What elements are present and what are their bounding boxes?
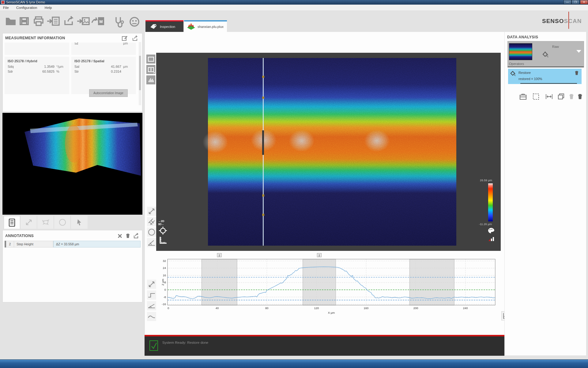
delete-disabled-icon bbox=[568, 93, 575, 101]
histogram-button[interactable] bbox=[146, 75, 155, 84]
export-report-icon[interactable] bbox=[47, 16, 60, 26]
stat-card-partial-left bbox=[5, 43, 69, 55]
restore-operator-label: Restore bbox=[518, 71, 531, 75]
scale-ruler-icon[interactable] bbox=[159, 236, 167, 246]
tab-annotation-list[interactable] bbox=[4, 216, 20, 229]
stat-unit: % bbox=[55, 70, 66, 73]
annotation-type: Step Height bbox=[14, 241, 53, 247]
toggle-2d-label: →2D bbox=[158, 220, 164, 223]
tab-file-shanxian[interactable]: shanxian.plu.plux bbox=[184, 20, 227, 32]
restore-operator-icon bbox=[510, 71, 516, 78]
measurement-scrollbar-thumb[interactable] bbox=[139, 56, 141, 90]
crosshair-icon[interactable] bbox=[159, 226, 167, 236]
stat-row: Sdq 1.3549 °/µm bbox=[5, 64, 69, 69]
stat-card-partial-right: Sz µm bbox=[71, 43, 136, 55]
tab-inspection[interactable]: Inspection bbox=[145, 20, 183, 32]
assistant-icon[interactable] bbox=[129, 16, 140, 28]
export-annotations-icon[interactable] bbox=[133, 233, 139, 240]
measurement-scrollbar[interactable] bbox=[139, 42, 141, 105]
svg-text:200: 200 bbox=[413, 306, 418, 310]
restore-status: restored = 100% bbox=[518, 77, 542, 81]
menu-help[interactable]: Help bbox=[42, 5, 55, 10]
svg-text:24: 24 bbox=[163, 266, 166, 270]
brand-red-line bbox=[568, 12, 569, 29]
duplicate-layers-icon[interactable] bbox=[557, 93, 565, 101]
tab-distance-tool[interactable] bbox=[21, 216, 37, 229]
stat-label: Sz bbox=[74, 43, 93, 45]
chart-angle-tool[interactable] bbox=[147, 301, 156, 310]
stat-label: Sdr bbox=[8, 70, 26, 73]
menu-configuration[interactable]: Configuration bbox=[13, 5, 40, 10]
stat-unit: °/µm bbox=[55, 65, 66, 68]
tab-circle-tool[interactable] bbox=[54, 216, 71, 229]
status-message: System Ready: Restore done bbox=[162, 341, 208, 344]
tab-polygon-tool[interactable] bbox=[37, 216, 54, 229]
brand-senso: SENSO bbox=[542, 18, 564, 24]
window-title: SensoSCAN S lynx Demo bbox=[6, 0, 45, 4]
toolbox-icon[interactable] bbox=[519, 93, 527, 101]
stat-value bbox=[93, 43, 121, 45]
diagnostics-icon[interactable] bbox=[114, 16, 124, 28]
delete-annotation-icon[interactable] bbox=[125, 233, 130, 240]
data-analysis-title: DATA ANALYSIS bbox=[507, 35, 538, 39]
histogram-overlay-icon[interactable] bbox=[488, 236, 495, 243]
svg-text:40: 40 bbox=[216, 306, 219, 310]
crop-region-icon[interactable] bbox=[532, 93, 540, 101]
menu-file[interactable]: File bbox=[0, 5, 12, 10]
menu-bar: File Configuration Help bbox=[0, 5, 588, 11]
measure-region[interactable] bbox=[303, 259, 336, 305]
tab-pointer-tool[interactable] bbox=[71, 216, 88, 229]
parallel-lines-tool[interactable] bbox=[147, 217, 156, 226]
open-folder-icon[interactable] bbox=[5, 16, 17, 26]
profile-line-node[interactable] bbox=[262, 76, 264, 78]
profile-section-button[interactable] bbox=[146, 65, 155, 74]
export-measurements-icon[interactable] bbox=[132, 35, 138, 43]
topography-image[interactable] bbox=[208, 58, 456, 246]
palette-icon[interactable] bbox=[488, 228, 495, 235]
profile-chart[interactable]: -16-8081624320408012016020024022Z µmX µm bbox=[161, 252, 501, 315]
svg-text:-8: -8 bbox=[164, 295, 166, 299]
profile-line-node[interactable] bbox=[262, 214, 264, 216]
delete-operator-icon[interactable] bbox=[574, 70, 579, 77]
svg-text:-16: -16 bbox=[162, 302, 166, 306]
status-check-icon bbox=[149, 340, 158, 352]
close-button[interactable]: ✕ bbox=[580, 0, 588, 4]
step-height-tool[interactable] bbox=[147, 290, 156, 300]
toggle-2d-3d[interactable]: →2D 3D← bbox=[158, 220, 164, 226]
chart-distance-tool[interactable] bbox=[147, 280, 156, 289]
edit-report-icon[interactable] bbox=[122, 35, 128, 43]
measure-points-icon[interactable] bbox=[545, 93, 553, 101]
clear-annotations-icon[interactable] bbox=[117, 233, 123, 240]
view-2d-button[interactable] bbox=[146, 55, 155, 63]
profile-line-handle[interactable] bbox=[262, 130, 264, 155]
autocorrelation-image-button[interactable]: Autocorrelation Image bbox=[89, 89, 128, 97]
export-matlab-icon[interactable]: M bbox=[91, 16, 105, 26]
svg-text:16: 16 bbox=[163, 274, 166, 277]
chevron-down-icon[interactable] bbox=[576, 50, 581, 53]
maximize-button[interactable]: ❐ bbox=[571, 0, 579, 4]
circle-measure-tool[interactable] bbox=[147, 228, 156, 237]
operator-restore[interactable]: Restore restored = 100% bbox=[508, 69, 582, 84]
export-image-icon[interactable] bbox=[77, 16, 90, 26]
trash-icon[interactable] bbox=[577, 93, 583, 101]
angle-measure-tool[interactable] bbox=[147, 238, 156, 247]
share-icon[interactable] bbox=[64, 16, 75, 26]
profile-line-node[interactable] bbox=[262, 97, 264, 99]
raw-thumbnail bbox=[509, 43, 532, 60]
colorbar bbox=[488, 183, 493, 221]
print-icon[interactable] bbox=[33, 16, 44, 26]
measure-distance-tool[interactable] bbox=[147, 207, 156, 216]
radius-tool[interactable] bbox=[147, 312, 156, 321]
stat-unit bbox=[121, 70, 133, 73]
annotation-value[interactable]: ΔZ = 33.558 µm bbox=[53, 241, 141, 247]
view-3d[interactable] bbox=[2, 113, 142, 215]
save-icon[interactable] bbox=[19, 16, 29, 26]
brand-scan: SCAN bbox=[564, 18, 582, 24]
profile-line-node[interactable] bbox=[262, 194, 264, 197]
stat-unit: µm bbox=[121, 65, 133, 68]
raw-data-card[interactable]: Raw Operators bbox=[507, 41, 584, 67]
minimize-button[interactable]: — bbox=[564, 0, 571, 4]
tab-file-label: shanxian.plu.plux bbox=[198, 25, 224, 29]
operators-label: Operators bbox=[509, 62, 524, 66]
annotation-row[interactable]: 2 Step Height ΔZ = 33.558 µm bbox=[5, 241, 141, 247]
